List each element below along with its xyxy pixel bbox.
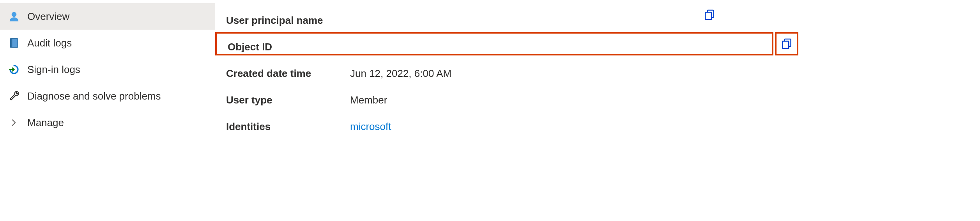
- field-value-user-type: Member: [350, 94, 387, 106]
- field-label-identities: Identities: [226, 121, 350, 133]
- sidebar-item-diagnose[interactable]: Diagnose and solve problems: [0, 83, 215, 109]
- sidebar-item-manage[interactable]: Manage: [0, 109, 215, 136]
- sidebar-item-label: Sign-in logs: [27, 64, 80, 76]
- field-created: Created date time Jun 12, 2022, 6:00 AM: [226, 60, 980, 87]
- copy-upn-button[interactable]: [703, 9, 716, 21]
- sidebar-item-label: Audit logs: [27, 37, 72, 49]
- notebook-icon: [8, 37, 20, 49]
- sidebar: Overview Audit logs Sign-in logs: [0, 0, 215, 221]
- sidebar-item-signin-logs[interactable]: Sign-in logs: [0, 56, 215, 83]
- copy-icon: [780, 37, 793, 50]
- field-label-upn: User principal name: [226, 14, 350, 27]
- svg-rect-4: [705, 12, 711, 20]
- signin-icon: [8, 63, 20, 76]
- details-panel: User principal name Object ID Created da…: [215, 0, 980, 221]
- copy-object-id-button[interactable]: [780, 37, 793, 50]
- chevron-right-icon: [8, 116, 20, 129]
- wrench-icon: [8, 90, 20, 102]
- sidebar-item-overview[interactable]: Overview: [0, 3, 215, 30]
- copy-icon: [703, 9, 716, 21]
- field-label-object-id: Object ID: [226, 41, 350, 53]
- sidebar-item-label: Diagnose and solve problems: [27, 90, 161, 102]
- field-identities: Identities microsoft: [226, 113, 980, 140]
- user-icon: [8, 10, 20, 23]
- svg-point-0: [12, 12, 17, 17]
- field-value-created: Jun 12, 2022, 6:00 AM: [350, 68, 451, 80]
- field-label-user-type: User type: [226, 94, 350, 106]
- field-object-id: Object ID: [226, 34, 980, 60]
- sidebar-item-label: Manage: [27, 117, 64, 129]
- field-upn: User principal name: [226, 7, 980, 34]
- sidebar-item-audit-logs[interactable]: Audit logs: [0, 30, 215, 56]
- svg-rect-6: [782, 41, 789, 48]
- field-value-identities[interactable]: microsoft: [350, 121, 391, 133]
- sidebar-item-label: Overview: [27, 11, 69, 23]
- svg-rect-2: [11, 38, 12, 47]
- field-user-type: User type Member: [226, 87, 980, 113]
- field-label-created: Created date time: [226, 68, 350, 80]
